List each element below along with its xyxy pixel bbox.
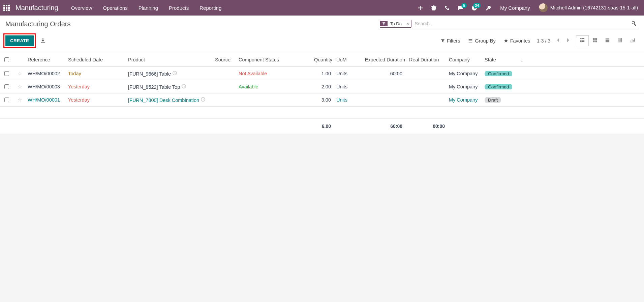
cell-quantity: 1.00 <box>297 71 334 76</box>
view-calendar[interactable] <box>601 35 614 46</box>
menu-overview[interactable]: Overview <box>66 1 98 15</box>
cell-uom: Units <box>334 84 354 89</box>
cell-uom[interactable]: Units <box>334 97 354 103</box>
select-all[interactable] <box>4 57 9 62</box>
col-realdur[interactable]: Real Duration <box>407 57 447 62</box>
view-pivot[interactable] <box>614 35 626 46</box>
col-company[interactable]: Company <box>447 57 483 62</box>
cell-product[interactable]: [FURN_7800] Desk Combination <box>126 97 213 103</box>
sum-quantity: 6.00 <box>297 123 334 129</box>
sum-expdur: 60:00 <box>354 123 407 129</box>
view-list[interactable] <box>576 35 589 46</box>
search-box[interactable]: To Do × <box>379 19 639 29</box>
messages-icon[interactable]: 5 <box>454 5 467 11</box>
cell-state: Draft <box>483 97 515 103</box>
cell-company: My Company <box>447 71 483 76</box>
view-kanban[interactable] <box>589 35 601 46</box>
app-brand[interactable]: Manufacturing <box>16 4 58 12</box>
company-switcher[interactable]: My Company <box>495 5 534 11</box>
cell-state: Confirmed <box>483 84 515 89</box>
col-component[interactable]: Component Status <box>237 57 297 62</box>
star-icon[interactable]: ☆ <box>13 71 26 76</box>
activity-badge: 34 <box>473 3 481 8</box>
table-footer: 6.00 60:00 00:00 <box>0 119 644 134</box>
cell-scheduled: Yesterday <box>66 84 126 89</box>
cell-component: Not Available <box>237 71 297 76</box>
groupby-button[interactable]: Group By <box>464 36 499 46</box>
cell-uom: Units <box>334 71 354 76</box>
filters-button[interactable]: Filters <box>437 36 464 46</box>
cell-company: My Company <box>447 84 483 89</box>
messages-badge: 5 <box>461 3 467 8</box>
bug-icon[interactable] <box>428 5 440 10</box>
cell-product: [FURN_8522] Table Top <box>126 84 213 90</box>
pager-prev[interactable] <box>553 36 563 45</box>
col-quantity[interactable]: Quantity <box>297 57 334 62</box>
plus-icon[interactable] <box>415 5 426 10</box>
star-icon[interactable]: ☆ <box>13 84 26 89</box>
col-state[interactable]: State <box>483 57 515 62</box>
cell-reference: WH/MO/00003 <box>26 84 66 89</box>
sum-realdur: 00:00 <box>407 123 447 129</box>
cell-product: [FURN_9666] Table <box>126 71 213 77</box>
pager-next[interactable] <box>563 36 573 45</box>
cell-component: Available <box>237 84 297 89</box>
page-title: Manufacturing Orders <box>5 19 70 29</box>
menu-operations[interactable]: Operations <box>97 1 133 15</box>
apps-icon[interactable] <box>3 5 11 11</box>
row-select[interactable] <box>4 71 9 76</box>
facet-remove[interactable]: × <box>404 21 411 26</box>
activity-icon[interactable]: 34 <box>468 5 481 11</box>
clock-icon <box>181 84 186 90</box>
cell-quantity: 2.00 <box>297 84 334 89</box>
cell-reference: WH/MO/00002 <box>26 71 66 76</box>
create-button[interactable]: CREATE <box>5 35 34 46</box>
menu-products[interactable]: Products <box>163 1 194 15</box>
cell-scheduled: Yesterday <box>66 97 126 103</box>
clock-icon <box>201 98 206 103</box>
clock-icon <box>172 71 177 77</box>
col-scheduled[interactable]: Scheduled Date <box>66 57 126 62</box>
row-select[interactable] <box>4 84 9 89</box>
view-graph[interactable] <box>626 35 639 46</box>
column-options[interactable]: ⋮ <box>515 57 527 62</box>
phone-icon[interactable] <box>441 5 453 10</box>
cell-reference[interactable]: WH/MO/00001 <box>26 97 66 103</box>
main-menu: Overview Operations Planning Products Re… <box>66 1 227 15</box>
search-icon[interactable] <box>630 21 638 27</box>
facet-label: To Do <box>388 20 404 27</box>
table-header: Reference Scheduled Date Product Source … <box>0 53 644 67</box>
col-expdur[interactable]: Expected Duration <box>354 57 407 62</box>
cell-quantity: 3.00 <box>297 97 334 103</box>
col-reference[interactable]: Reference <box>26 57 66 62</box>
cell-scheduled: Today <box>66 71 126 76</box>
download-icon[interactable] <box>40 38 45 44</box>
favorites-button[interactable]: Favorites <box>500 36 534 46</box>
menu-reporting[interactable]: Reporting <box>194 1 227 15</box>
col-uom[interactable]: UoM <box>334 57 354 62</box>
table-row[interactable]: ☆WH/MO/00002Today[FURN_9666] Table Not A… <box>0 67 644 80</box>
table-row[interactable]: ☆WH/MO/00003Yesterday[FURN_8522] Table T… <box>0 80 644 93</box>
user-menu[interactable]: Mitchell Admin (16742131-saas-15-1-all) <box>536 3 641 12</box>
col-source[interactable]: Source <box>213 57 237 62</box>
cell-expdur: 60:00 <box>354 71 407 76</box>
pager[interactable]: 1-3 / 3 <box>537 38 550 44</box>
cell-state: Confirmed <box>483 71 515 76</box>
avatar <box>539 3 548 12</box>
user-name: Mitchell Admin (16742131-saas-15-1-all) <box>550 5 638 10</box>
table-row[interactable]: ☆WH/MO/00001Yesterday[FURN_7800] Desk Co… <box>0 93 644 107</box>
search-facet[interactable]: To Do × <box>380 20 411 28</box>
col-product[interactable]: Product <box>126 57 213 62</box>
menu-planning[interactable]: Planning <box>133 1 163 15</box>
search-input[interactable] <box>413 20 628 28</box>
row-select[interactable] <box>4 98 9 102</box>
filter-icon <box>380 21 388 26</box>
cell-company[interactable]: My Company <box>447 97 483 103</box>
star-icon[interactable]: ☆ <box>13 97 26 103</box>
tools-icon[interactable] <box>482 5 494 10</box>
